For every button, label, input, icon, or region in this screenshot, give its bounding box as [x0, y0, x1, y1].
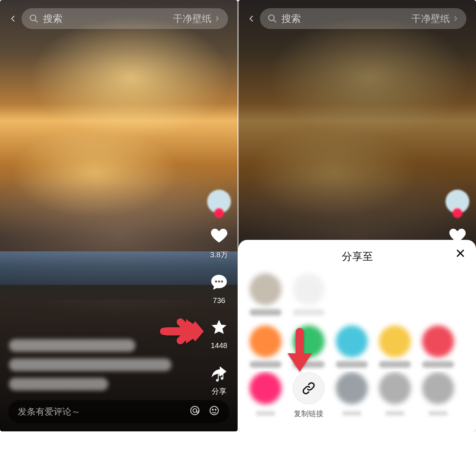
comment-count: 736	[213, 296, 225, 305]
search-icon	[29, 14, 39, 23]
favorite-button[interactable]: 1448	[207, 315, 231, 350]
caption-line	[9, 358, 171, 371]
author-avatar[interactable]	[207, 190, 231, 213]
svg-point-2	[215, 281, 217, 283]
favorite-count: 1448	[211, 341, 228, 350]
back-button[interactable]	[248, 13, 255, 24]
comment-icon	[207, 270, 231, 294]
copy-link-label: 复制链接	[294, 409, 324, 419]
video-caption	[9, 339, 189, 390]
instruction-arrow-down	[283, 326, 316, 376]
svg-point-3	[218, 281, 220, 283]
svg-line-1	[35, 20, 38, 22]
search-hint[interactable]: 干净壁纸	[173, 12, 220, 25]
mention-icon[interactable]	[189, 405, 200, 418]
share-sheet-title: 分享至	[238, 250, 476, 264]
top-bar: 搜索 干净壁纸	[0, 8, 238, 29]
svg-point-7	[193, 409, 197, 412]
share-label: 分享	[212, 386, 226, 396]
svg-point-4	[221, 281, 223, 283]
link-icon	[293, 372, 325, 404]
copy-link-button[interactable]: 复制链接	[293, 372, 325, 419]
share-screen: 搜索 干净壁纸 分享至	[238, 0, 476, 431]
top-bar: 搜索 干净壁纸	[238, 8, 476, 29]
comment-input[interactable]: 发条有爱评论～	[8, 400, 229, 423]
comment-button[interactable]: 736	[207, 270, 231, 305]
search-bar[interactable]: 搜索 干净壁纸	[260, 8, 466, 29]
share-action[interactable]: xxxxx	[336, 372, 368, 417]
search-icon	[267, 14, 277, 23]
svg-rect-5	[163, 327, 189, 335]
svg-point-9	[212, 409, 213, 410]
share-sheet: 分享至 xxxxx	[238, 240, 476, 431]
share-target[interactable]	[336, 325, 368, 368]
share-action[interactable]: xxxxx	[422, 372, 454, 417]
svg-line-12	[274, 20, 276, 22]
like-count: 3.8万	[210, 250, 228, 260]
svg-point-6	[191, 406, 199, 415]
share-target[interactable]	[422, 325, 454, 368]
search-hint[interactable]: 干净壁纸	[411, 12, 458, 25]
share-actions-row[interactable]: xxxxx 复制链接 xxxxx xxxxx xxxxx	[238, 371, 476, 422]
caption-line	[9, 339, 135, 352]
action-rail: 3.8万 736 1448 分享	[207, 190, 231, 396]
close-button[interactable]	[455, 248, 466, 260]
share-targets-row[interactable]	[238, 319, 476, 371]
back-button[interactable]	[10, 13, 16, 24]
like-button[interactable]: 3.8万	[207, 224, 231, 260]
search-bar[interactable]: 搜索 干净壁纸	[22, 8, 228, 29]
share-action[interactable]: xxxxx	[250, 372, 282, 417]
share-target[interactable]	[379, 325, 411, 368]
heart-icon	[207, 224, 231, 248]
search-placeholder: 搜索	[282, 12, 411, 25]
video-city-layer	[0, 181, 238, 431]
share-target[interactable]	[250, 325, 282, 368]
author-avatar[interactable]	[446, 190, 469, 213]
share-contacts-row[interactable]	[238, 267, 476, 319]
star-icon	[207, 315, 231, 339]
emoji-icon[interactable]	[209, 405, 220, 418]
search-placeholder: 搜索	[43, 12, 173, 25]
caption-line	[9, 378, 108, 390]
share-action[interactable]: xxxxx	[379, 372, 411, 417]
svg-rect-13	[296, 328, 304, 357]
svg-point-8	[210, 406, 219, 415]
feed-screen: 搜索 干净壁纸 3.8万 736 1448	[0, 0, 238, 431]
action-rail	[446, 190, 469, 248]
share-contact[interactable]	[250, 273, 282, 316]
music-icon[interactable]	[215, 372, 226, 385]
comment-placeholder: 发条有爱评论～	[18, 406, 80, 418]
svg-point-10	[215, 409, 216, 410]
share-contact[interactable]	[293, 273, 325, 316]
